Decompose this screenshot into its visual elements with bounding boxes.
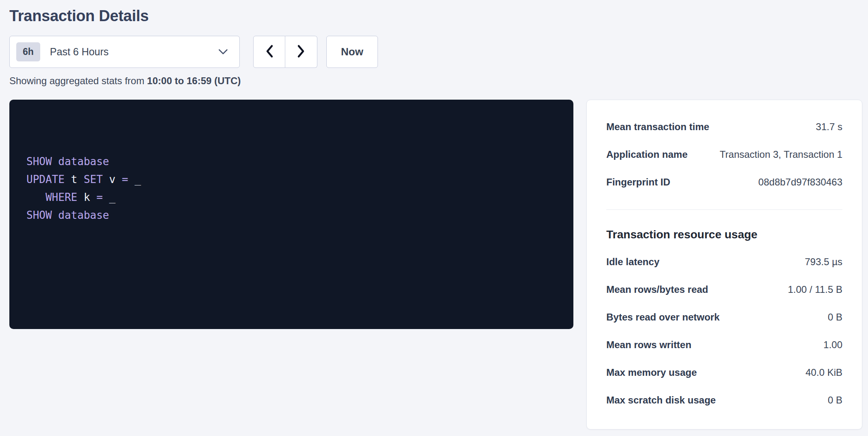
- sql-keyword-token: SHOW: [26, 155, 52, 168]
- subtitle-prefix: Showing aggregated stats from: [9, 75, 147, 86]
- stat-row-fingerprint-id: Fingerprint ID 08d8b7d97f830463: [606, 177, 842, 188]
- stat-label: Mean rows written: [606, 339, 699, 351]
- transaction-stats-card: Mean transaction time 31.7 s Application…: [586, 100, 862, 429]
- sql-plain-token: _: [103, 191, 115, 203]
- sql-line: UPDATE t SET v = _: [26, 170, 561, 188]
- chevron-down-icon: [218, 49, 228, 55]
- subtitle-range: 10:00 to 16:59 (UTC): [147, 75, 241, 86]
- sql-keyword-token: database: [58, 209, 109, 221]
- sql-plain-token: v: [103, 173, 122, 185]
- stat-value: 1.00: [823, 339, 842, 351]
- stat-label: Idle latency: [606, 256, 668, 268]
- stat-value: 0 B: [828, 395, 842, 406]
- stat-value: 31.7 s: [816, 121, 842, 133]
- sql-code: SHOW databaseUPDATE t SET v = _ WHERE k …: [26, 153, 561, 224]
- sql-line: SHOW database: [26, 206, 561, 224]
- stat-label: Max scratch disk usage: [606, 395, 724, 406]
- stat-label: Application name: [606, 149, 696, 160]
- sql-keyword-token: database: [58, 155, 109, 168]
- transaction-details-page: Transaction Details 6h Past 6 Hours: [0, 0, 868, 429]
- sql-plain-token: k: [77, 191, 96, 203]
- sql-line: WHERE k = _: [26, 188, 561, 206]
- sql-line: SHOW database: [26, 153, 561, 170]
- time-controls: 6h Past 6 Hours: [9, 36, 862, 68]
- page-title: Transaction Details: [9, 7, 862, 25]
- stat-row-idle-latency: Idle latency 793.5 µs: [606, 256, 842, 268]
- stat-value: 08d8b7d97f830463: [758, 177, 842, 188]
- prev-range-button[interactable]: [253, 36, 285, 68]
- sql-keyword-token: SET: [84, 173, 103, 185]
- sql-plain-token: [52, 155, 59, 168]
- sql-plain-token: _: [128, 173, 141, 185]
- stat-row-mean-rows-written: Mean rows written 1.00: [606, 339, 842, 351]
- time-range-label: Past 6 Hours: [50, 46, 109, 58]
- stat-row-bytes-read-over-network: Bytes read over network 0 B: [606, 312, 842, 323]
- time-pager: [253, 36, 317, 68]
- stat-value: 0 B: [828, 312, 842, 323]
- sql-plain-token: [26, 191, 46, 203]
- now-button[interactable]: Now: [326, 36, 378, 68]
- chevron-right-icon: [297, 44, 306, 60]
- stat-label: Bytes read over network: [606, 312, 728, 323]
- time-range-badge: 6h: [16, 42, 40, 61]
- sql-statement-box: SHOW databaseUPDATE t SET v = _ WHERE k …: [9, 100, 573, 329]
- aggregation-subtitle: Showing aggregated stats from 10:00 to 1…: [9, 75, 862, 87]
- stat-label: Mean rows/bytes read: [606, 284, 716, 295]
- stat-value: 40.0 KiB: [805, 367, 842, 378]
- main-content: SHOW databaseUPDATE t SET v = _ WHERE k …: [9, 100, 862, 429]
- stat-row-max-scratch-disk-usage: Max scratch disk usage 0 B: [606, 395, 842, 406]
- stat-row-application-name: Application name Transaction 3, Transact…: [606, 149, 842, 160]
- sql-plain-token: t: [65, 173, 84, 185]
- stat-row-mean-transaction-time: Mean transaction time 31.7 s: [606, 121, 842, 133]
- sql-keyword-token: =: [122, 173, 128, 185]
- sql-keyword-token: SHOW: [26, 209, 52, 221]
- stat-value: 793.5 µs: [805, 256, 842, 268]
- resource-usage-heading: Transaction resource usage: [606, 228, 842, 241]
- card-divider: [606, 209, 842, 210]
- sql-keyword-token: WHERE: [46, 191, 77, 203]
- stat-value: 1.00 / 11.5 B: [788, 284, 842, 295]
- stat-label: Mean transaction time: [606, 121, 717, 133]
- stat-row-mean-rows-bytes-read: Mean rows/bytes read 1.00 / 11.5 B: [606, 284, 842, 295]
- stat-row-max-memory-usage: Max memory usage 40.0 KiB: [606, 367, 842, 378]
- sql-plain-token: [52, 209, 59, 221]
- next-range-button[interactable]: [285, 36, 317, 68]
- stat-label: Fingerprint ID: [606, 177, 678, 188]
- stat-label: Max memory usage: [606, 367, 705, 378]
- sql-keyword-token: =: [96, 191, 103, 203]
- stat-value: Transaction 3, Transaction 1: [720, 149, 842, 160]
- chevron-left-icon: [265, 44, 274, 60]
- sql-keyword-token: UPDATE: [26, 173, 65, 185]
- time-range-select[interactable]: 6h Past 6 Hours: [9, 36, 240, 68]
